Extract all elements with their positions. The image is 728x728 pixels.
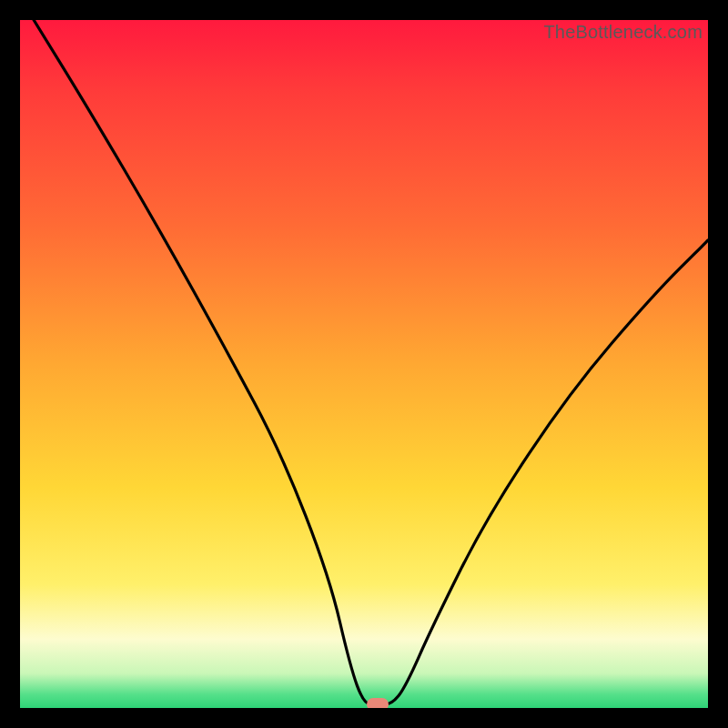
chart-frame: TheBottleneck.com: [0, 0, 728, 728]
watermark-text: TheBottleneck.com: [543, 22, 703, 43]
optimal-point-marker: [367, 698, 389, 708]
plot-area: TheBottleneck.com: [20, 20, 708, 708]
bottleneck-curve: [20, 20, 708, 708]
